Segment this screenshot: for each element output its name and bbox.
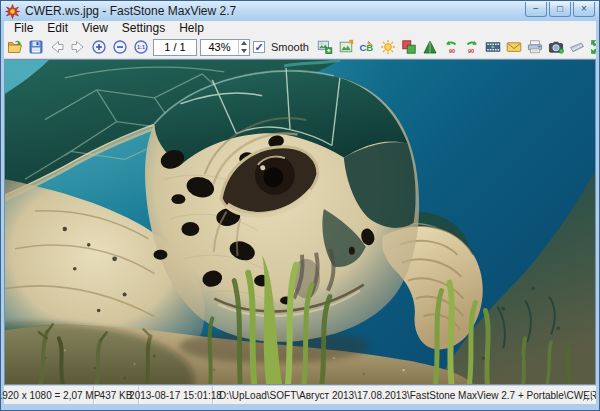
turtle-photo	[5, 60, 595, 384]
camera-icon	[548, 39, 564, 55]
zoom-level-box[interactable]: 43%	[200, 39, 250, 56]
status-dimensions: 1920 x 1080 = 2,07 MP	[4, 386, 94, 404]
filmstrip-icon	[485, 39, 501, 55]
smooth-label: Smooth	[271, 41, 309, 53]
menu-help[interactable]: Help	[172, 21, 211, 36]
close-button[interactable]: ×	[573, 2, 595, 17]
printer-icon	[527, 39, 543, 55]
menu-bar: File Edit View Settings Help	[4, 21, 596, 36]
menu-file[interactable]: File	[7, 21, 40, 36]
zoom-spin-up-button[interactable]	[239, 40, 249, 48]
screen-capture-button[interactable]	[547, 37, 565, 57]
svg-text:90: 90	[468, 48, 474, 54]
maximize-button[interactable]: □	[549, 2, 571, 17]
sun-icon	[380, 39, 396, 55]
zoom-out-icon	[112, 39, 128, 55]
envelope-icon	[506, 39, 522, 55]
menu-settings[interactable]: Settings	[115, 21, 172, 36]
clipboard-icon: CB	[359, 39, 375, 55]
title-bar: CWER.ws.jpg - FastStone MaxView 2.7 − □ …	[1, 1, 599, 21]
slideshow-button[interactable]	[484, 37, 502, 57]
arrow-right-icon	[70, 39, 86, 55]
rotate-left-icon: 90	[443, 39, 459, 55]
status-file-path: D:\UpLoad\SOFT\Август 2013\17.08.2013\Fa…	[213, 386, 596, 404]
print-button[interactable]	[526, 37, 544, 57]
app-window: CWER.ws.jpg - FastStone MaxView 2.7 − □ …	[0, 0, 600, 411]
minimize-button[interactable]: −	[525, 2, 547, 17]
menu-edit[interactable]: Edit	[40, 21, 75, 36]
triangle-icon	[422, 39, 438, 55]
save-icon	[28, 39, 44, 55]
menu-view[interactable]: View	[75, 21, 115, 36]
image-canvas[interactable]	[4, 59, 596, 385]
rotate-right-button[interactable]: 90	[463, 37, 481, 57]
status-bar: 1920 x 1080 = 2,07 MP 437 KB 2013-08-17 …	[4, 385, 596, 404]
open-button[interactable]	[6, 37, 24, 57]
window-title: CWER.ws.jpg - FastStone MaxView 2.7	[25, 4, 525, 18]
actual-size-icon: 1:1	[133, 39, 149, 55]
rotate-right-icon: 90	[464, 39, 480, 55]
zoom-out-button[interactable]	[111, 37, 129, 57]
actual-size-button[interactable]: 1:1	[132, 37, 150, 57]
svg-text:1:1: 1:1	[137, 44, 145, 50]
fullscreen-button[interactable]	[589, 37, 596, 57]
zoom-spinner	[238, 40, 249, 55]
app-logo-icon	[5, 4, 20, 19]
arrow-left-icon	[49, 39, 65, 55]
copy-to-clipboard-button[interactable]: CB	[358, 37, 376, 57]
resize-button[interactable]	[337, 37, 355, 57]
zoom-level-value: 43%	[201, 40, 238, 55]
client-area: File Edit View Settings Help 1:1 1 / 1 4…	[4, 21, 596, 404]
adjust-colors-button[interactable]	[400, 37, 418, 57]
email-button[interactable]	[505, 37, 523, 57]
next-file-button[interactable]	[69, 37, 87, 57]
previous-file-button[interactable]	[48, 37, 66, 57]
sharpen-button[interactable]	[421, 37, 439, 57]
resize-icon	[338, 39, 354, 55]
smooth-checkbox[interactable]: ✓	[253, 41, 265, 53]
window-controls: − □ ×	[525, 2, 595, 17]
zoom-in-icon	[91, 39, 107, 55]
rotate-left-button[interactable]: 90	[442, 37, 460, 57]
fullscreen-icon	[590, 39, 596, 55]
color-swatches-icon	[401, 39, 417, 55]
toolbar: 1:1 1 / 1 43% ✓ Smooth CB 90 90	[4, 36, 596, 59]
svg-text:90: 90	[449, 48, 455, 54]
page-indicator[interactable]: 1 / 1	[153, 39, 197, 56]
image-plus-icon	[317, 39, 333, 55]
resize-grip[interactable]	[582, 390, 595, 403]
save-button[interactable]	[27, 37, 45, 57]
status-timestamp: 2013-08-17 15:01:18	[139, 386, 213, 404]
scan-button[interactable]	[568, 37, 586, 57]
open-folder-icon	[7, 39, 23, 55]
scanner-icon	[569, 39, 585, 55]
zoom-in-button[interactable]	[90, 37, 108, 57]
browse-button[interactable]	[316, 37, 334, 57]
zoom-spin-down-button[interactable]	[239, 47, 249, 55]
adjust-lighting-button[interactable]	[379, 37, 397, 57]
